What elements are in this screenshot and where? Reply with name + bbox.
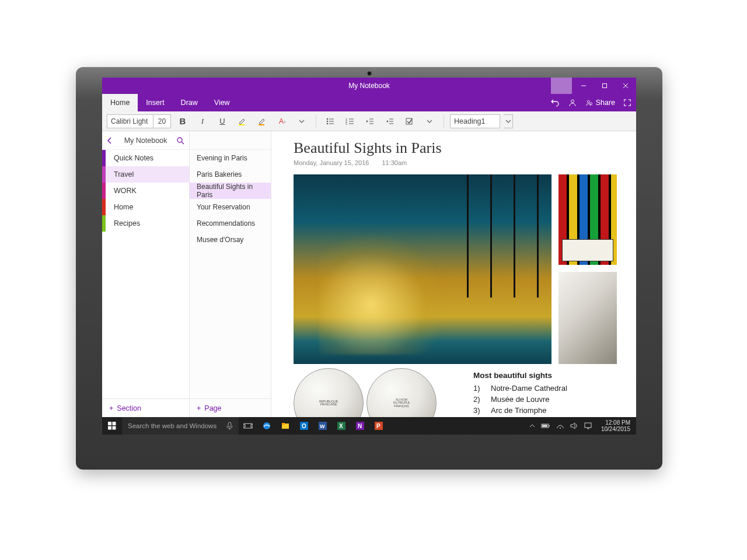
- back-button[interactable]: [107, 137, 113, 144]
- svg-rect-34: [113, 426, 116, 430]
- highlight-button[interactable]: [234, 113, 250, 130]
- page-item[interactable]: Beautiful Sights in Paris: [190, 183, 271, 199]
- style-dropdown-button[interactable]: [504, 114, 513, 128]
- numbering-button[interactable]: 123: [342, 113, 358, 130]
- sights-heading: Most beautiful sights: [473, 371, 567, 380]
- page-item[interactable]: Musee d'Orsay: [190, 232, 271, 248]
- photo-street[interactable]: [294, 174, 551, 364]
- add-page-label: Page: [204, 404, 221, 412]
- svg-rect-31: [108, 422, 111, 425]
- svg-rect-35: [228, 422, 231, 427]
- taskbar-app-explorer[interactable]: [276, 417, 295, 435]
- close-button[interactable]: [615, 78, 636, 94]
- style-select[interactable]: Heading1: [450, 114, 500, 128]
- sight-item: 2)Musée de Louvre: [473, 394, 567, 405]
- svg-point-14: [327, 123, 329, 124]
- svg-text:W: W: [320, 424, 325, 429]
- section-label: Travel: [114, 170, 134, 178]
- svg-rect-1: [603, 84, 607, 88]
- section-label: Recipes: [114, 219, 140, 228]
- bold-button[interactable]: B: [174, 113, 191, 130]
- todo-tag-button[interactable]: [402, 113, 418, 130]
- note-time: 11:30am: [382, 159, 407, 166]
- tab-view[interactable]: View: [206, 94, 238, 111]
- indent-button[interactable]: [382, 113, 398, 130]
- start-button[interactable]: [102, 422, 122, 430]
- tray-network-icon[interactable]: [556, 422, 564, 429]
- undo-button[interactable]: [550, 98, 560, 107]
- svg-rect-37: [243, 425, 245, 427]
- section-item[interactable]: Quick Notes: [102, 150, 189, 166]
- photo-statue[interactable]: [558, 272, 617, 364]
- fullscreen-button[interactable]: [623, 99, 631, 107]
- taskbar-app-powerpoint[interactable]: P: [369, 417, 388, 435]
- clock-date: 10/24/2015: [601, 426, 630, 433]
- tray-chevron-icon[interactable]: [529, 423, 535, 429]
- tags-dropdown-button[interactable]: [421, 113, 438, 130]
- svg-rect-56: [585, 423, 591, 428]
- coin-images[interactable]: REPUBLIQUEFRANCAISE AU NOMDU PEUPLEFRANÇ…: [294, 371, 362, 417]
- account-button[interactable]: [568, 98, 577, 107]
- taskbar-search[interactable]: Search the web and Windows: [122, 417, 239, 435]
- notebook-header: My Notebook: [102, 131, 189, 150]
- tray-battery-icon[interactable]: [541, 423, 550, 429]
- svg-rect-8: [259, 124, 264, 125]
- sight-number: 3): [473, 405, 483, 416]
- notebook-title: My Notebook: [124, 136, 167, 145]
- bullets-button[interactable]: [322, 113, 338, 130]
- svg-text:X: X: [339, 423, 343, 429]
- font-color-button[interactable]: A: [274, 113, 290, 130]
- page-item[interactable]: Paris Bakeries: [190, 166, 271, 183]
- note-canvas[interactable]: Beautiful Sights in Paris Monday, Januar…: [271, 131, 636, 417]
- microphone-icon[interactable]: [226, 422, 233, 430]
- tab-insert[interactable]: Insert: [138, 94, 172, 111]
- add-section-button[interactable]: + Section: [102, 398, 189, 417]
- section-item[interactable]: Travel: [102, 166, 189, 183]
- taskbar-app-onenote[interactable]: N: [351, 417, 369, 435]
- taskbar-app-outlook[interactable]: O: [295, 417, 313, 435]
- photo-stained-glass[interactable]: PARI 1862: [558, 174, 617, 265]
- section-color-bar: [102, 215, 106, 232]
- tab-home[interactable]: Home: [102, 94, 138, 111]
- search-button[interactable]: [176, 136, 184, 145]
- sight-label: Musée de Louvre: [491, 394, 549, 405]
- section-color-bar: [102, 166, 106, 183]
- font-name-select[interactable]: Calibri Light: [107, 115, 153, 128]
- taskbar-clock[interactable]: 12:08 PM 10/24/2015: [598, 419, 634, 433]
- share-label: Share: [596, 99, 615, 107]
- outdent-button[interactable]: [362, 113, 378, 130]
- section-item[interactable]: Home: [102, 199, 189, 215]
- tab-draw[interactable]: Draw: [173, 94, 206, 111]
- section-item[interactable]: WORK: [102, 183, 189, 199]
- taskbar-app-word[interactable]: W: [313, 417, 332, 435]
- toolbar-separator-2: [444, 115, 444, 128]
- taskbar-app-excel[interactable]: X: [332, 417, 351, 435]
- window-title: My Notebook: [348, 82, 390, 90]
- share-button[interactable]: Share: [585, 99, 615, 107]
- sight-item: 3)Arc de Triomphe: [473, 405, 567, 416]
- page-item[interactable]: Your Reservation: [190, 199, 271, 215]
- svg-text:A: A: [279, 117, 284, 125]
- page-item[interactable]: Evening in Paris: [190, 150, 271, 166]
- sight-item: 1)Notre-Dame Cathedral: [473, 383, 567, 394]
- section-label: Quick Notes: [114, 154, 153, 162]
- section-item[interactable]: Recipes: [102, 215, 189, 232]
- italic-button[interactable]: I: [194, 113, 211, 130]
- minimize-button[interactable]: [573, 78, 594, 94]
- task-view-button[interactable]: [239, 417, 257, 435]
- underline-button[interactable]: U: [214, 113, 231, 130]
- note-date: Monday, January 15, 2016: [294, 159, 369, 166]
- svg-rect-53: [549, 425, 550, 426]
- font-size-select[interactable]: 20: [153, 115, 170, 128]
- svg-rect-41: [282, 423, 285, 425]
- note-title[interactable]: Beautiful Sights in Paris: [294, 139, 636, 157]
- taskbar-app-edge[interactable]: [257, 417, 276, 435]
- maximize-button[interactable]: [594, 78, 615, 94]
- sight-number: 1): [473, 383, 483, 394]
- tray-notifications-icon[interactable]: [584, 422, 592, 429]
- highlight-color-button[interactable]: [254, 113, 270, 130]
- page-item[interactable]: Recommendations: [190, 215, 271, 232]
- tray-volume-icon[interactable]: [570, 422, 578, 429]
- add-page-button[interactable]: + Page: [190, 398, 271, 417]
- more-formatting-button[interactable]: [294, 113, 310, 130]
